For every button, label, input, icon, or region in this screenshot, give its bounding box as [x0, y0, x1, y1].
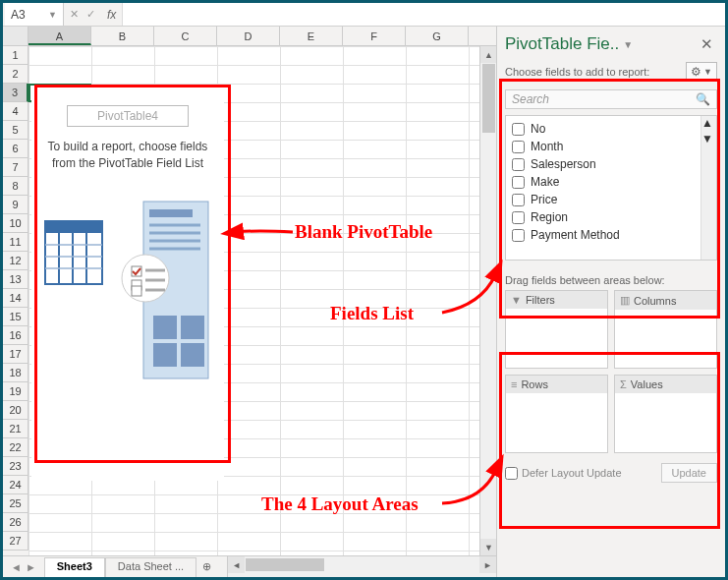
- scroll-up-icon[interactable]: ▲: [701, 116, 717, 132]
- row-header-14[interactable]: 14: [3, 289, 28, 308]
- field-item[interactable]: No: [510, 120, 697, 138]
- columns-area[interactable]: ▥Columns: [614, 290, 717, 369]
- field-label: Make: [531, 175, 559, 189]
- add-sheet-button[interactable]: ⊕: [196, 556, 217, 577]
- name-box-dropdown-icon[interactable]: ▼: [48, 10, 57, 20]
- col-header-F[interactable]: F: [343, 27, 406, 45]
- field-item[interactable]: Salesperson: [510, 155, 697, 173]
- row-header-16[interactable]: 16: [3, 326, 28, 345]
- row-header-2[interactable]: 2: [3, 65, 28, 84]
- svg-rect-23: [153, 343, 177, 367]
- field-checkbox[interactable]: [512, 211, 525, 224]
- field-checkbox[interactable]: [512, 194, 525, 206]
- cancel-icon: ✕: [70, 8, 79, 21]
- field-label: No: [531, 122, 545, 136]
- formula-bar: A3 ▼ ✕ ✓ fx: [3, 3, 725, 27]
- row-header-21[interactable]: 21: [3, 420, 28, 438]
- scroll-down-icon[interactable]: ▼: [480, 539, 496, 555]
- row-headers: 1234567891011121314151617181920212223242…: [3, 46, 28, 555]
- row-header-15[interactable]: 15: [3, 308, 28, 326]
- horizontal-scrollbar[interactable]: ◄ ►: [227, 556, 496, 577]
- row-header-13[interactable]: 13: [3, 270, 28, 289]
- scroll-up-icon[interactable]: ▲: [480, 46, 496, 63]
- row-header-5[interactable]: 5: [3, 121, 28, 140]
- col-header-G[interactable]: G: [406, 27, 469, 45]
- field-item[interactable]: Region: [510, 208, 697, 226]
- name-box[interactable]: A3 ▼: [5, 3, 64, 26]
- svg-rect-21: [153, 316, 177, 339]
- field-checkbox[interactable]: [512, 176, 525, 189]
- scroll-left-icon[interactable]: ◄: [228, 556, 245, 573]
- search-input[interactable]: Search 🔍: [505, 89, 717, 109]
- col-header-E[interactable]: E: [280, 27, 343, 45]
- col-header-A[interactable]: A: [28, 27, 91, 45]
- search-placeholder: Search: [512, 92, 549, 106]
- scroll-right-icon[interactable]: ►: [479, 556, 496, 573]
- vertical-scrollbar[interactable]: ▲ ▼: [479, 46, 496, 555]
- scroll-thumb[interactable]: [482, 64, 495, 133]
- row-header-25[interactable]: 25: [3, 494, 28, 513]
- fx-icon[interactable]: fx: [107, 8, 116, 22]
- fields-list[interactable]: NoMonthSalespersonMakePriceRegionPayment…: [506, 116, 700, 260]
- field-item[interactable]: Price: [510, 191, 697, 208]
- field-label: Payment Method: [531, 228, 620, 242]
- defer-layout-label: Defer Layout Update: [522, 467, 622, 479]
- formula-input[interactable]: [122, 3, 725, 26]
- field-checkbox[interactable]: [512, 158, 525, 171]
- tools-button[interactable]: ⚙▼: [686, 62, 717, 82]
- col-header-D[interactable]: D: [217, 27, 280, 45]
- tab-nav[interactable]: ◄►: [3, 556, 44, 577]
- filters-area[interactable]: ▼Filters: [505, 290, 608, 369]
- row-header-19[interactable]: 19: [3, 382, 28, 401]
- build-hint: To build a report, choose fields from th…: [37, 139, 218, 172]
- cells-area[interactable]: PivotTable4 To build a report, choose fi…: [28, 46, 479, 555]
- row-header-27[interactable]: 27: [3, 532, 28, 551]
- fields-scrollbar[interactable]: ▲ ▼: [700, 116, 716, 260]
- sheet-tab-data[interactable]: Data Sheet ...: [105, 557, 196, 577]
- row-header-26[interactable]: 26: [3, 513, 28, 532]
- values-area[interactable]: ΣValues: [614, 375, 717, 453]
- field-item[interactable]: Make: [510, 173, 697, 191]
- row-header-9[interactable]: 9: [3, 196, 28, 214]
- scroll-down-icon[interactable]: ▼: [701, 132, 717, 147]
- col-header-B[interactable]: B: [91, 27, 154, 45]
- row-header-3[interactable]: 3: [3, 84, 28, 102]
- col-header-C[interactable]: C: [154, 27, 217, 45]
- pane-title-dropdown-icon[interactable]: ▼: [623, 39, 633, 50]
- row-header-18[interactable]: 18: [3, 364, 28, 382]
- blank-pivottable[interactable]: PivotTable4 To build a report, choose fi…: [31, 87, 224, 481]
- row-header-4[interactable]: 4: [3, 102, 28, 121]
- row-header-6[interactable]: 6: [3, 140, 28, 158]
- row-header-23[interactable]: 23: [3, 457, 28, 476]
- row-header-20[interactable]: 20: [3, 401, 28, 420]
- spreadsheet-grid[interactable]: ABCDEFG 12345678910111213141516171819202…: [3, 27, 496, 577]
- field-checkbox[interactable]: [512, 141, 525, 153]
- search-icon: 🔍: [696, 92, 710, 106]
- hscroll-thumb[interactable]: [246, 558, 324, 571]
- row-header-7[interactable]: 7: [3, 158, 28, 177]
- choose-fields-label: Choose fields to add to report:: [505, 66, 649, 78]
- field-item[interactable]: Payment Method: [510, 226, 697, 244]
- field-label: Price: [531, 193, 557, 206]
- sheet-tab-active[interactable]: Sheet3: [44, 557, 105, 577]
- row-header-8[interactable]: 8: [3, 177, 28, 196]
- svg-rect-24: [181, 343, 204, 367]
- defer-layout-checkbox[interactable]: [505, 467, 518, 480]
- svg-rect-22: [181, 316, 204, 339]
- rows-area[interactable]: ≡Rows: [505, 375, 608, 453]
- field-label: Month: [531, 140, 563, 153]
- row-header-24[interactable]: 24: [3, 476, 28, 494]
- row-header-17[interactable]: 17: [3, 345, 28, 364]
- field-checkbox[interactable]: [512, 123, 525, 136]
- row-header-22[interactable]: 22: [3, 438, 28, 457]
- update-button[interactable]: Update: [661, 463, 717, 483]
- select-all-corner[interactable]: [3, 27, 28, 45]
- field-checkbox[interactable]: [512, 229, 525, 242]
- row-header-10[interactable]: 10: [3, 214, 28, 233]
- row-header-11[interactable]: 11: [3, 233, 28, 252]
- field-item[interactable]: Month: [510, 138, 697, 155]
- pivottable-illustration-icon: [39, 190, 216, 386]
- row-header-12[interactable]: 12: [3, 252, 28, 270]
- row-header-1[interactable]: 1: [3, 46, 28, 65]
- close-icon[interactable]: ✕: [697, 35, 717, 53]
